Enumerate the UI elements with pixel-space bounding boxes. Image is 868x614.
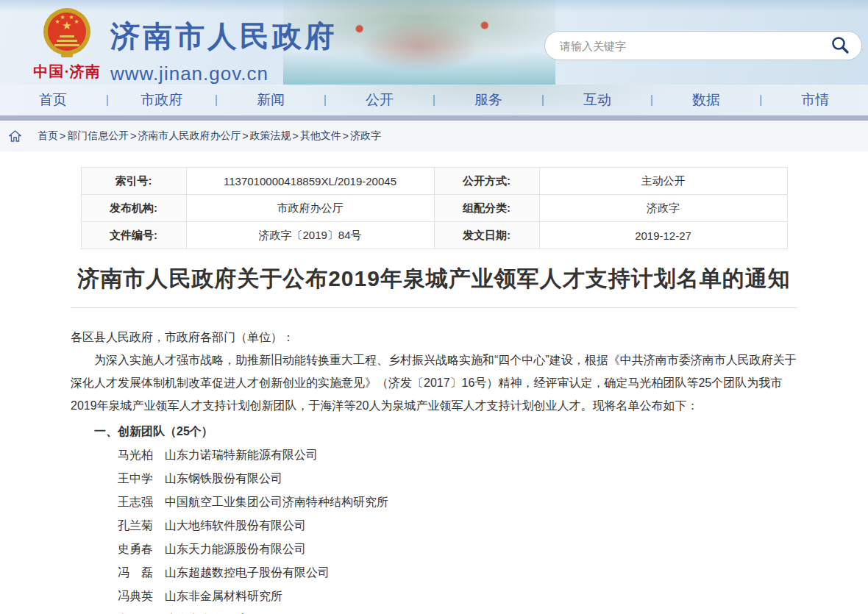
list-item: 宁 斌济南市中心医院	[71, 608, 797, 614]
category-label: 组配分类:	[434, 195, 539, 222]
list-item: 马光柏山东力诺瑞特新能源有限公司	[71, 443, 797, 467]
list-item: 王中学山东钢铁股份有限公司	[71, 467, 797, 490]
nav-item-city-profile[interactable]: 市情	[762, 90, 868, 110]
team-leader-name: 孔兰菊	[94, 514, 153, 538]
svg-text:★: ★	[62, 19, 71, 32]
list-item: 史勇春山东天力能源股份有限公司	[71, 538, 797, 561]
site-header: ★ ★ ★ ★ ★ 中国·济南 济南市人民政府 www.jinan.gov.cn	[0, 0, 868, 85]
list-item: 王志强中国航空工业集团公司济南特种结构研究所	[71, 490, 797, 514]
table-row: 文件编号: 济政字〔2019〕84号 发文日期: 2019-12-27	[81, 222, 787, 249]
article-body: 各区县人民政府，市政府各部门（单位）： 为深入实施人才强市战略，助推新旧动能转换…	[71, 326, 797, 614]
salutation: 各区县人民政府，市政府各部门（单位）：	[71, 326, 797, 349]
disclosure-method-value: 主动公开	[539, 168, 787, 195]
site-ident: 济南市人民政府 www.jinan.gov.cn	[110, 16, 337, 85]
nav-divider-bar	[0, 115, 868, 121]
team-leader-name: 冯 磊	[94, 561, 153, 585]
nav-item-services[interactable]: 服务	[435, 90, 541, 110]
document-number-label: 文件编号:	[81, 222, 186, 249]
breadcrumb: 首页 > 部门信息公开 > 济南市人民政府办公厅 > 政策法规 > 其他文件 >…	[0, 121, 868, 151]
svg-text:★: ★	[74, 18, 79, 25]
nav-item-news[interactable]: 新闻	[218, 90, 324, 110]
index-number-label: 索引号:	[81, 168, 186, 195]
issuing-agency-value: 市政府办公厅	[186, 195, 434, 222]
team-org: 山东天力能源股份有限公司	[165, 543, 306, 555]
list-item: 冯典英山东非金属材料研究所	[71, 585, 797, 608]
logo-caption: 中国·济南	[19, 62, 115, 82]
breadcrumb-item-office[interactable]: 济南市人民政府办公厅	[138, 129, 241, 143]
breadcrumb-item-policies[interactable]: 政策法规	[250, 129, 291, 143]
page: ★ ★ ★ ★ ★ 中国·济南 济南市人民政府 www.jinan.gov.cn	[0, 0, 868, 614]
list-item: 冯 磊山东超越数控电子股份有限公司	[71, 561, 797, 585]
site-logo[interactable]: ★ ★ ★ ★ ★ 中国·济南	[19, 6, 115, 82]
home-icon[interactable]	[9, 130, 21, 142]
site-title: 济南市人民政府	[110, 16, 337, 57]
search-icon	[830, 35, 850, 57]
main-nav: 首页 | 市政府 | 新闻 | 公开 | 服务 | 互动 | 数据 | 市情	[0, 85, 868, 115]
breadcrumb-item-dept-disclosure[interactable]: 部门信息公开	[67, 129, 129, 143]
page-title: 济南市人民政府关于公布2019年泉城产业领军人才支持计划名单的通知	[71, 264, 797, 308]
team-org: 山东非金属材料研究所	[165, 590, 282, 602]
breadcrumb-item-jizhengzi[interactable]: 济政字	[350, 129, 381, 143]
team-org: 山东超越数控电子股份有限公司	[165, 566, 330, 579]
table-row: 发布机构: 市政府办公厅 组配分类: 济政字	[81, 195, 787, 222]
nav-item-city-government[interactable]: 市政府	[109, 90, 215, 110]
category-value: 济政字	[539, 195, 787, 222]
document-number-value: 济政字〔2019〕84号	[186, 222, 434, 249]
nav-item-disclosure[interactable]: 公开	[327, 90, 433, 110]
list-item: 孔兰菊山大地纬软件股份有限公司	[71, 514, 797, 538]
team-org: 山大地纬软件股份有限公司	[165, 519, 306, 532]
team-org: 山东力诺瑞特新能源有限公司	[165, 449, 318, 461]
breadcrumb-separator: >	[130, 130, 136, 142]
nav-item-interaction[interactable]: 互动	[544, 90, 650, 110]
section-heading-innovation-teams: 一、创新团队（25个）	[71, 420, 797, 443]
team-leader-name: 马光柏	[94, 443, 153, 467]
nav-item-home[interactable]: 首页	[0, 90, 106, 110]
disclosure-method-label: 公开方式:	[434, 168, 539, 195]
breadcrumb-separator: >	[293, 130, 299, 142]
team-leader-name: 史勇春	[94, 538, 153, 561]
national-emblem-icon: ★ ★ ★ ★ ★	[37, 50, 97, 63]
breadcrumb-separator: >	[242, 130, 248, 142]
team-leader-name: 王志强	[94, 490, 153, 514]
team-org: 山东钢铁股份有限公司	[165, 472, 282, 485]
breadcrumb-separator: >	[60, 130, 65, 142]
team-leader-name: 王中学	[94, 467, 153, 490]
team-org: 中国航空工业集团公司济南特种结构研究所	[165, 496, 388, 508]
team-leader-name: 冯典英	[94, 585, 153, 608]
search-input[interactable]	[560, 40, 830, 52]
document-content: 索引号: 1137010000418859XL/2019-20045 公开方式:…	[71, 167, 797, 614]
issue-date-value: 2019-12-27	[539, 222, 787, 249]
search-box	[544, 31, 862, 60]
nav-item-data[interactable]: 数据	[653, 90, 759, 110]
index-number-value: 1137010000418859XL/2019-20045	[186, 168, 434, 195]
table-row: 索引号: 1137010000418859XL/2019-20045 公开方式:…	[81, 168, 787, 195]
breadcrumb-separator: >	[343, 130, 349, 142]
team-leader-name: 宁 斌	[94, 608, 153, 614]
site-url: www.jinan.gov.cn	[110, 63, 337, 85]
issue-date-label: 发文日期:	[434, 222, 539, 249]
doc-info-table: 索引号: 1137010000418859XL/2019-20045 公开方式:…	[81, 167, 788, 249]
breadcrumb-item-other-docs[interactable]: 其他文件	[300, 129, 341, 143]
paragraph: 为深入实施人才强市战略，助推新旧动能转换重大工程、乡村振兴战略实施和“四个中心”…	[71, 349, 797, 417]
issuing-agency-label: 发布机构:	[81, 195, 186, 222]
innovation-team-list: 马光柏山东力诺瑞特新能源有限公司 王中学山东钢铁股份有限公司 王志强中国航空工业…	[71, 443, 797, 614]
breadcrumb-item-home[interactable]: 首页	[38, 129, 58, 143]
search-button[interactable]	[830, 35, 850, 57]
svg-text:★: ★	[60, 14, 65, 21]
